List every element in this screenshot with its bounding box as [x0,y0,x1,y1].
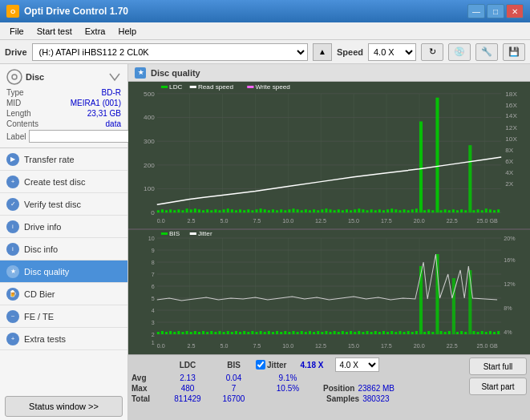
svg-text:5.0: 5.0 [220,343,229,349]
svg-rect-46 [161,209,164,212]
svg-rect-214 [292,331,294,334]
drive-bar: Drive (H:) ATAPI iHBS112 2 CL0K ▲ Speed … [0,40,530,64]
speed-select[interactable]: 4.0 X [368,43,416,61]
svg-rect-106 [407,210,410,212]
svg-rect-246 [407,331,410,334]
start-full-button[interactable]: Start full [469,357,527,375]
close-button[interactable]: ✕ [506,4,524,18]
svg-text:15.0: 15.0 [348,218,359,224]
svg-rect-247 [411,332,414,334]
svg-text:12.5: 12.5 [315,218,326,224]
lower-chart: 10 9 8 7 6 5 4 3 2 1 20% 16% 12% 8% 4% [128,230,530,354]
tools-icon[interactable]: 🔧 [475,43,498,61]
svg-rect-61 [223,209,225,212]
svg-rect-63 [231,209,233,212]
bis-avg: 0.04 [212,374,256,382]
svg-text:BIS: BIS [169,230,180,237]
sidebar-item-extra-tests[interactable]: + Extra tests [0,328,127,350]
save-icon[interactable]: 💾 [503,43,525,61]
svg-rect-211 [280,332,282,334]
svg-rect-198 [227,331,229,334]
svg-rect-267 [190,232,196,235]
create-test-disc-icon: + [6,176,19,188]
disc-icon[interactable]: 💿 [448,43,471,61]
disc-panel: Disc Type BD-R MID MEIRA1 (001) Length 2… [0,64,127,148]
svg-rect-242 [390,331,393,334]
bis-total: 16700 [212,394,256,403]
speed-header-val: 4.18 X [289,361,334,370]
quality-icon: ★ [135,67,146,79]
svg-rect-202 [243,331,245,334]
sidebar-item-disc-info[interactable]: i Disc info [0,238,127,260]
disc-arrow-icon [108,71,121,83]
start-part-button[interactable]: Start part [469,378,527,395]
svg-rect-217 [305,332,307,334]
sidebar-item-disc-quality[interactable]: ★ Disc quality [0,260,127,283]
content-area: ★ Disc quality [128,64,530,420]
svg-text:300: 300 [144,138,155,145]
svg-rect-66 [243,210,245,212]
svg-text:2X: 2X [505,180,514,188]
status-window-button[interactable]: Status window >> [5,396,123,417]
svg-rect-65 [239,209,241,212]
menu-extra[interactable]: Extra [79,25,112,38]
label-input[interactable] [29,130,136,143]
sidebar-item-fe-te[interactable]: ~ FE / TE [0,305,127,328]
sidebar-item-cd-bier[interactable]: 🍺 CD Bier [0,283,127,305]
svg-text:10.0: 10.0 [282,343,293,349]
svg-rect-70 [260,208,262,212]
jitter-checkbox[interactable] [256,360,265,370]
svg-text:4: 4 [152,308,155,313]
svg-rect-185 [173,332,176,334]
drive-eject-button[interactable]: ▲ [313,43,332,61]
maximize-button[interactable]: □ [487,4,504,18]
svg-rect-191 [198,332,200,334]
sidebar-item-transfer-rate[interactable]: ▶ Transfer rate [0,148,127,171]
menu-start-test[interactable]: Start test [30,25,79,38]
svg-text:22.5: 22.5 [447,343,458,349]
svg-rect-62 [227,208,229,212]
svg-rect-250 [427,331,430,334]
svg-rect-251 [431,332,434,334]
svg-rect-133 [247,86,253,88]
svg-rect-68 [251,210,253,212]
svg-text:0: 0 [151,209,155,216]
svg-rect-115 [444,209,447,212]
svg-text:20.0: 20.0 [414,343,425,349]
svg-rect-189 [190,332,192,334]
svg-rect-218 [309,331,311,334]
svg-point-1 [12,75,17,79]
label-label: Label [6,132,26,141]
svg-rect-100 [382,210,385,212]
refresh-icon[interactable]: ↻ [421,43,443,61]
svg-text:14X: 14X [505,113,517,120]
svg-rect-215 [297,332,299,334]
svg-rect-260 [481,331,483,334]
svg-rect-129 [161,86,168,88]
menu-help[interactable]: Help [111,25,143,38]
minimize-button[interactable]: — [467,4,485,18]
svg-rect-223 [330,332,332,334]
svg-rect-234 [374,331,377,334]
svg-text:1: 1 [152,340,155,345]
svg-text:200: 200 [144,162,155,169]
svg-text:100: 100 [144,186,155,193]
svg-rect-261 [485,332,488,334]
svg-rect-53 [190,209,192,212]
sidebar-item-verify-test-disc[interactable]: ✓ Verify test disc [0,193,127,216]
svg-rect-199 [231,332,233,334]
svg-rect-227 [346,332,348,334]
speed-dropdown[interactable]: 4.0 X [335,357,379,372]
svg-text:Write speed: Write speed [255,83,289,91]
sidebar-item-drive-info[interactable]: i Drive info [0,216,127,238]
svg-rect-73 [272,209,274,212]
drive-select[interactable]: (H:) ATAPI iHBS112 2 CL0K [32,43,308,61]
transfer-rate-icon: ▶ [6,153,19,166]
max-label: Max [131,384,164,393]
svg-rect-252 [440,331,443,334]
extra-tests-icon: + [6,333,19,345]
svg-rect-200 [235,331,237,334]
menu-file[interactable]: File [3,25,30,38]
app-title: Opti Drive Control 1.70 [24,6,128,17]
sidebar-item-create-test-disc[interactable]: + Create test disc [0,171,127,193]
